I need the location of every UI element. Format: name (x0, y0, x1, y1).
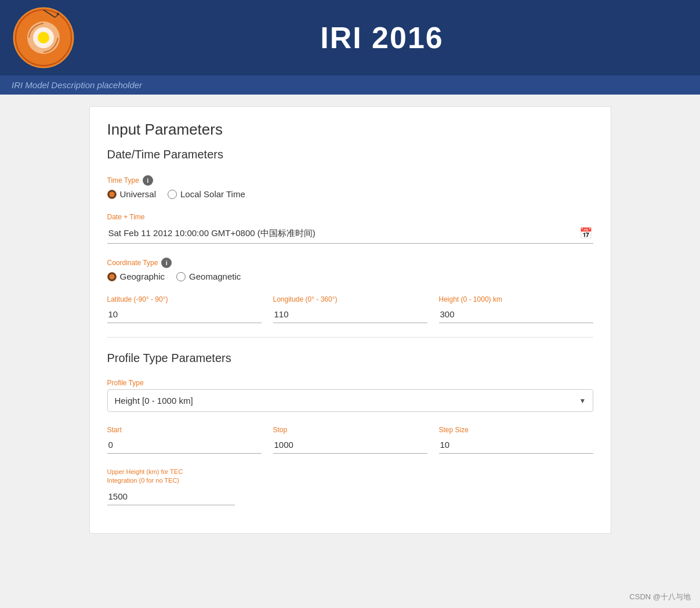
tec-label: Upper Height (km) for TECIntegration (0 … (107, 468, 235, 486)
radio-geomagnetic[interactable]: Geomagnetic (176, 272, 241, 281)
profile-type-select[interactable]: Height [0 - 1000 km] Latitude Longitude … (107, 389, 593, 412)
coordinate-type-info-icon[interactable]: i (161, 258, 172, 268)
subtitle-bar: IRI Model Description placeholder (0, 75, 700, 95)
profile-section-title: Profile Type Parameters (107, 352, 593, 367)
header: IRI 2016 (0, 0, 700, 75)
range-fields: Start Stop Step Size (107, 426, 593, 454)
date-time-label: Date + Time (107, 213, 593, 221)
start-input[interactable] (107, 436, 262, 454)
radio-universal-label: Universal (120, 189, 157, 199)
time-type-info-icon[interactable]: i (143, 175, 153, 186)
radio-geographic-label: Geographic (120, 272, 165, 281)
svg-point-7 (57, 13, 59, 15)
date-time-row: 📅 (107, 223, 593, 244)
time-type-group: Time Type i Universal Local Solar Time (107, 175, 593, 199)
longitude-input[interactable] (273, 306, 427, 323)
datetime-section-title: Date/Time Parameters (107, 148, 593, 164)
height-field-group: Height (0 - 1000) km (439, 295, 593, 323)
longitude-field-group: Longitude (0° - 360°) (273, 295, 427, 323)
profile-type-group: Profile Type Height [0 - 1000 km] Latitu… (107, 379, 593, 412)
time-type-label: Time Type i (107, 175, 593, 186)
height-input[interactable] (439, 306, 593, 323)
main-panel: Input Parameters Date/Time Parameters Ti… (89, 106, 611, 534)
svg-point-4 (38, 32, 49, 44)
start-field-group: Start (107, 426, 262, 454)
subtitle-text: IRI Model Description placeholder (12, 80, 142, 90)
height-label: Height (0 - 1000) km (439, 295, 593, 303)
radio-geomagnetic-label: Geomagnetic (189, 272, 241, 281)
tec-input[interactable] (107, 488, 235, 505)
profile-type-select-wrapper: Height [0 - 1000 km] Latitude Longitude … (107, 389, 593, 412)
stop-input[interactable] (273, 436, 427, 454)
date-time-group: Date + Time 📅 (107, 213, 593, 244)
time-type-radio-group: Universal Local Solar Time (107, 189, 593, 199)
longitude-label: Longitude (0° - 360°) (273, 295, 427, 303)
calendar-icon[interactable]: 📅 (579, 227, 592, 240)
profile-type-label: Profile Type (107, 379, 593, 387)
coordinate-type-radio-group: Geographic Geomagnetic (107, 272, 593, 281)
latitude-input[interactable] (107, 306, 262, 323)
step-label: Step Size (439, 426, 593, 434)
section-divider (107, 337, 593, 338)
date-time-input[interactable] (108, 229, 579, 238)
radio-local-solar[interactable]: Local Solar Time (168, 189, 245, 199)
radio-local-solar-label: Local Solar Time (180, 189, 245, 199)
stop-label: Stop (273, 426, 427, 434)
tec-field-group: Upper Height (km) for TECIntegration (0 … (107, 468, 235, 505)
coordinate-type-label: Coordinate Type i (107, 258, 593, 268)
radio-universal[interactable]: Universal (107, 189, 157, 199)
latitude-field-group: Latitude (-90° - 90°) (107, 295, 262, 323)
latitude-label: Latitude (-90° - 90°) (107, 295, 262, 303)
stop-field-group: Stop (273, 426, 427, 454)
coordinate-type-group: Coordinate Type i Geographic Geomagnetic (107, 258, 593, 281)
step-field-group: Step Size (439, 426, 593, 454)
app-title: IRI 2016 (75, 20, 688, 55)
location-fields: Latitude (-90° - 90°) Longitude (0° - 36… (107, 295, 593, 323)
logo (12, 6, 75, 70)
start-label: Start (107, 426, 262, 434)
radio-geographic[interactable]: Geographic (107, 272, 165, 281)
step-input[interactable] (439, 436, 593, 454)
page-title: Input Parameters (107, 121, 593, 139)
